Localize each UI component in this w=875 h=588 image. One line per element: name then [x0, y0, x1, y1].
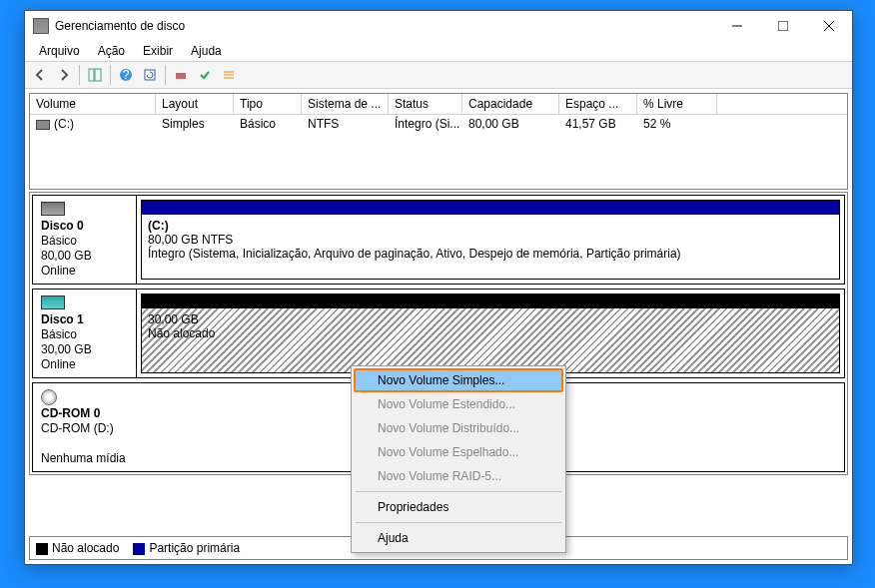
- col-capacity[interactable]: Capacidade: [462, 94, 559, 114]
- minimize-button[interactable]: [714, 11, 760, 41]
- partition-label: (C:): [148, 219, 169, 233]
- svg-rect-4: [89, 69, 94, 81]
- disk-size: 30,00 GB: [41, 342, 128, 356]
- context-menu: Novo Volume Simples... Novo Volume Esten…: [351, 365, 566, 553]
- partition-body: (C:) 80,00 GB NTFS Íntegro (Sistema, Ini…: [142, 215, 839, 279]
- disk-name: Disco 1: [41, 312, 128, 326]
- legend-primary: Partição primária: [133, 541, 240, 555]
- svg-text:?: ?: [123, 68, 130, 82]
- swatch-black: [36, 543, 48, 555]
- partition-c[interactable]: (C:) 80,00 GB NTFS Íntegro (Sistema, Ini…: [141, 200, 840, 280]
- table-header: Volume Layout Tipo Sistema de ... Status…: [30, 94, 847, 115]
- partition-info: 30,00 GB: [148, 312, 199, 326]
- swatch-blue: [133, 543, 145, 555]
- disk-0-partitions: (C:) 80,00 GB NTFS Íntegro (Sistema, Ini…: [137, 196, 844, 284]
- disk-state: Online: [41, 264, 128, 278]
- toolbar-separator: [79, 65, 80, 85]
- legend-unalloc-label: Não alocado: [52, 541, 119, 555]
- window-title: Gerenciamento de disco: [55, 19, 714, 33]
- close-button[interactable]: [806, 11, 852, 41]
- menu-help[interactable]: Ajuda: [183, 42, 230, 60]
- cdrom-info: CD-ROM 0 CD-ROM (D:) Nenhuma mídia: [33, 383, 137, 471]
- disk-type: Básico: [41, 327, 128, 341]
- disk-1-info: Disco 1 Básico 30,00 GB Online: [33, 290, 137, 377]
- partition-status: Não alocado: [148, 326, 215, 340]
- action-button[interactable]: [194, 64, 216, 86]
- menu-help[interactable]: Ajuda: [354, 526, 563, 550]
- menu-action[interactable]: Ação: [90, 42, 133, 60]
- menubar: Arquivo Ação Exibir Ajuda: [25, 41, 852, 61]
- col-volume[interactable]: Volume: [30, 94, 156, 114]
- refresh-button[interactable]: [139, 64, 161, 86]
- legend-primary-label: Partição primária: [149, 541, 240, 555]
- partition-body: 30,00 GB Não alocado: [142, 308, 839, 372]
- help-button[interactable]: ?: [115, 64, 137, 86]
- menu-new-raid5-volume: Novo Volume RAID-5...: [354, 464, 563, 488]
- svg-rect-5: [95, 69, 101, 81]
- svg-rect-1: [778, 21, 788, 31]
- menu-new-simple-volume[interactable]: Novo Volume Simples...: [354, 368, 563, 392]
- toolbar: ?: [25, 61, 852, 89]
- app-icon: [33, 18, 49, 34]
- partition-status: Íntegro (Sistema, Inicialização, Arquivo…: [148, 247, 681, 261]
- cdrom-drive: CD-ROM (D:): [41, 421, 129, 435]
- toolbar-separator: [165, 65, 166, 85]
- col-layout[interactable]: Layout: [156, 94, 234, 114]
- volume-table[interactable]: Volume Layout Tipo Sistema de ... Status…: [29, 93, 848, 190]
- table-row[interactable]: (C:) Simples Básico NTFS Íntegro (Si... …: [30, 115, 847, 133]
- cell-pct: 52 %: [637, 115, 717, 133]
- unallocated-space[interactable]: 30,00 GB Não alocado: [141, 294, 840, 373]
- partition-info: 80,00 GB NTFS: [148, 233, 233, 247]
- toolbar-separator: [110, 65, 111, 85]
- col-filesystem[interactable]: Sistema de ...: [302, 94, 389, 114]
- drive-icon: [36, 120, 50, 130]
- volume-label: (C:): [54, 117, 74, 131]
- view-button[interactable]: [84, 64, 106, 86]
- cell-capacity: 80,00 GB: [462, 115, 559, 133]
- forward-button[interactable]: [53, 64, 75, 86]
- disk-0-block[interactable]: Disco 0 Básico 80,00 GB Online (C:) 80,0…: [32, 195, 845, 285]
- cell-volume: (C:): [30, 115, 156, 133]
- col-pct[interactable]: % Livre: [637, 94, 717, 114]
- cell-type: Básico: [234, 115, 302, 133]
- menu-new-spanned-volume: Novo Volume Estendido...: [354, 392, 563, 416]
- disk-type: Básico: [41, 234, 128, 248]
- disk-1-partitions: 30,00 GB Não alocado: [137, 290, 844, 377]
- cdrom-state: Nenhuma mídia: [41, 451, 129, 465]
- cell-layout: Simples: [156, 115, 234, 133]
- maximize-button[interactable]: [760, 11, 806, 41]
- table-empty-area: [30, 133, 847, 189]
- disk-name: Disco 0: [41, 219, 128, 233]
- cell-status: Íntegro (Si...: [389, 115, 462, 133]
- cell-fs: NTFS: [302, 115, 389, 133]
- partition-header-primary: [142, 201, 839, 215]
- dvd-icon: [41, 389, 57, 405]
- menu-new-mirrored-volume: Novo Volume Espelhado...: [354, 440, 563, 464]
- svg-rect-9: [176, 73, 186, 79]
- cdrom-name: CD-ROM 0: [41, 406, 129, 420]
- menu-view[interactable]: Exibir: [135, 42, 181, 60]
- partition-header-unalloc: [142, 294, 839, 308]
- disk-0-info: Disco 0 Básico 80,00 GB Online: [33, 196, 137, 284]
- settings-button[interactable]: [170, 64, 192, 86]
- col-type[interactable]: Tipo: [234, 94, 302, 114]
- col-free[interactable]: Espaço ...: [559, 94, 637, 114]
- disk-state: Online: [41, 357, 128, 371]
- menu-new-striped-volume: Novo Volume Distribuído...: [354, 416, 563, 440]
- disk-size: 80,00 GB: [41, 249, 128, 263]
- menu-separator: [356, 522, 561, 523]
- menu-separator: [356, 491, 561, 492]
- titlebar[interactable]: Gerenciamento de disco: [25, 11, 852, 41]
- menu-properties[interactable]: Propriedades: [354, 495, 563, 519]
- back-button[interactable]: [29, 64, 51, 86]
- col-status[interactable]: Status: [389, 94, 462, 114]
- legend-unalloc: Não alocado: [36, 541, 119, 555]
- menu-file[interactable]: Arquivo: [31, 42, 88, 60]
- cell-free: 41,57 GB: [559, 115, 637, 133]
- hdd-icon: [41, 202, 65, 216]
- hdd-icon: [41, 295, 65, 309]
- list-button[interactable]: [218, 64, 240, 86]
